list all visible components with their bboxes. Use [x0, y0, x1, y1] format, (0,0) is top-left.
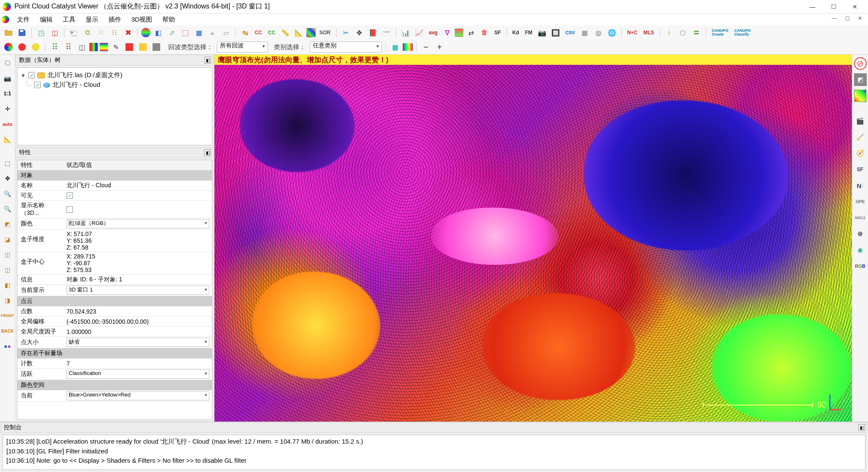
prop-showname-checkbox[interactable] — [67, 206, 73, 213]
color-swatch1-button[interactable] — [123, 41, 135, 53]
cc-icp-button[interactable]: CC — [266, 27, 277, 39]
classify-ground-button[interactable]: ⠿ — [62, 41, 74, 53]
prop-curramp-select[interactable]: Blue>Green>Yellow>Red — [67, 391, 209, 400]
classify-ramp-button[interactable] — [100, 43, 108, 51]
view-right-icon[interactable]: ◨ — [2, 294, 14, 306]
prop-color-select[interactable]: 红绿蓝（RGB） — [67, 219, 209, 228]
menu-tools[interactable]: 工具 — [58, 14, 81, 25]
animation-icon[interactable]: 🎬 — [854, 115, 867, 128]
classify-split-button[interactable]: ◫ — [76, 41, 88, 53]
nc-button[interactable]: N+C — [625, 27, 640, 39]
hpr-icon[interactable]: HPR — [854, 195, 867, 208]
return-type-select[interactable]: 所有回波 — [217, 42, 268, 53]
clone-button[interactable]: 🐑 — [68, 27, 80, 39]
csv-export-button[interactable]: CSV — [563, 27, 577, 39]
mesh-button[interactable]: ▦ — [193, 27, 205, 39]
pick-rotation-center-icon[interactable]: ✛ — [2, 103, 14, 115]
segment-button[interactable]: ✂ — [340, 27, 352, 39]
translate-rotate-button[interactable]: ✥ — [353, 27, 365, 39]
pcv-button[interactable]: ⬡ — [677, 27, 689, 39]
stats-button[interactable]: 📈 — [413, 27, 425, 39]
float-icon[interactable]: ◧ — [858, 424, 865, 431]
cc-register-button[interactable]: CC — [253, 27, 264, 39]
canupo-classify-button[interactable]: CANUPOClassify — [732, 27, 753, 39]
ortho-view-icon[interactable]: ⬚ — [2, 157, 14, 169]
subsample-button[interactable]: ⁙ — [95, 27, 107, 39]
color-gradient-button[interactable] — [141, 28, 150, 37]
view-bottom-icon[interactable]: ◫ — [2, 264, 14, 276]
level-icon[interactable]: 📐 — [2, 133, 14, 145]
edl-shader-icon[interactable]: ◩ — [854, 73, 867, 86]
delete-button[interactable]: ✖ — [122, 27, 134, 39]
section-button[interactable]: 📕 — [367, 27, 379, 39]
tree-root-row[interactable]: ▾ ✓ 北川飞行.las (D:/桌面文件) — [21, 70, 209, 80]
auto-center-icon[interactable]: auto — [2, 118, 14, 130]
delaunay-button[interactable]: ⟁ — [206, 27, 218, 39]
north-icon[interactable]: N↑ — [854, 179, 867, 192]
sample-mesh-button[interactable]: ⁝⁝ — [108, 27, 120, 39]
view-plus-button[interactable]: + — [434, 41, 445, 53]
prop-active-select[interactable]: Classification — [67, 369, 209, 379]
color-red-button[interactable] — [16, 41, 28, 53]
view-iso1-icon[interactable]: ◩ — [2, 218, 14, 230]
tree-caret-icon[interactable]: ▾ — [21, 72, 26, 79]
view-grid-button[interactable]: ▦ — [389, 41, 401, 53]
point-list-button[interactable]: ◫ — [49, 27, 61, 39]
ransac-button[interactable]: ⟊ — [663, 27, 675, 39]
move-icon[interactable]: ✥ — [2, 172, 14, 184]
gbl-sensor-button[interactable]: 🔲 — [550, 27, 562, 39]
sf-delete-button[interactable]: 🗑 — [479, 27, 490, 39]
viewport-snapshot-icon[interactable]: 🖵 — [2, 57, 14, 69]
prop-curdisp-select[interactable]: 3D 窗口 1 — [67, 286, 209, 295]
open-button[interactable] — [3, 27, 14, 39]
raster-button[interactable]: ▦ — [579, 27, 591, 39]
camera-icon[interactable]: 📷 — [2, 72, 14, 84]
menu-file[interactable]: 文件 — [12, 14, 35, 25]
color-yellow-button[interactable] — [30, 41, 42, 53]
view-ramp-button[interactable] — [403, 43, 413, 51]
menu-plugins[interactable]: 插件 — [103, 14, 126, 25]
view-front-icon[interactable]: FRONT — [2, 310, 14, 322]
float-icon[interactable]: ◧ — [204, 57, 211, 64]
sf-gradient-button[interactable]: ∇ — [441, 27, 453, 39]
compass-icon[interactable]: 🧭 — [854, 147, 867, 160]
minimize-button[interactable]: — — [802, 0, 823, 14]
sf-panel-icon[interactable]: SF — [854, 163, 867, 176]
prop-visible-checkbox[interactable]: ✓ — [67, 192, 73, 199]
view-back-icon[interactable]: BACK — [2, 325, 14, 337]
flickr-icon[interactable]: ●● — [2, 340, 14, 352]
console-body[interactable]: [10:35:28] [LoD] Acceleration structure … — [3, 435, 865, 470]
console-title[interactable]: 控制台 ◧ — [0, 422, 868, 433]
histogram-button[interactable]: 📊 — [400, 27, 412, 39]
properties-title[interactable]: 特性 ◧ — [15, 147, 214, 158]
sf-filter-button[interactable] — [455, 28, 463, 37]
classify-bars-button[interactable] — [89, 43, 98, 51]
classify-edit-button[interactable]: ✎ — [110, 41, 122, 53]
globe-button[interactable]: 🌐 — [606, 27, 618, 39]
color-swatch2-button[interactable] — [137, 41, 149, 53]
db-tree-title[interactable]: 数据（实体）树 ◧ — [15, 55, 214, 66]
poisson-icon[interactable]: ◉ — [854, 244, 867, 256]
class-select[interactable]: 任意类别 — [310, 42, 382, 53]
zoom-icon[interactable]: 🔍 — [2, 188, 14, 200]
label-cc-button[interactable] — [306, 28, 316, 37]
m3c2-icon[interactable]: M3C2 — [854, 211, 867, 224]
float-icon[interactable]: ◧ — [204, 149, 211, 156]
save-button[interactable] — [16, 27, 28, 39]
color-levels-button[interactable]: ◧ — [152, 27, 164, 39]
distance-cloud-button[interactable]: 📏 — [279, 27, 291, 39]
align-button[interactable]: ↹ — [239, 27, 251, 39]
color-rgb-button[interactable] — [3, 41, 14, 53]
merge-button[interactable]: ⧉ — [81, 27, 93, 39]
fm-button[interactable]: FM — [523, 27, 534, 39]
sor-filter-button[interactable]: SOR — [317, 27, 333, 39]
plane-fit-button[interactable]: ▱ — [220, 27, 232, 39]
distance-mesh-button[interactable]: 📐 — [293, 27, 305, 39]
view-top-icon[interactable]: ◫ — [2, 249, 14, 261]
picking-tool-button[interactable]: ◳ — [35, 27, 47, 39]
octree-button[interactable]: ⬚ — [179, 27, 191, 39]
stop-filter-icon[interactable]: ⊘ — [854, 57, 867, 70]
view-minus-button[interactable]: − — [420, 41, 432, 53]
mls-button[interactable]: MLS — [641, 27, 656, 39]
view-left-icon[interactable]: ◧ — [2, 279, 14, 291]
